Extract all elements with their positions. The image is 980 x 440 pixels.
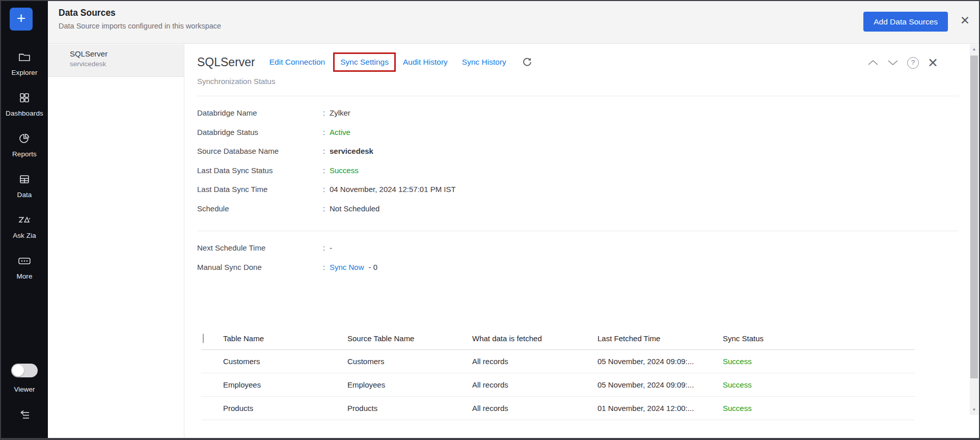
field-manual-sync-done: Manual Sync Done : Sync Now - 0 (197, 258, 377, 277)
field-next-schedule-time: Next Schedule Time : - (197, 238, 377, 258)
scroll-down-icon[interactable]: ▼ (970, 406, 978, 414)
column-header: Last Fetched Time (597, 334, 723, 343)
page-header: Data Sources Data Source imports configu… (48, 1, 979, 44)
toggle-knob (12, 365, 24, 376)
sidebar-item-label: More (16, 272, 32, 280)
chevron-down-icon[interactable] (887, 57, 899, 69)
refresh-icon[interactable] (522, 57, 533, 68)
sidebar-item-explorer[interactable]: Explorer (1, 51, 48, 77)
sidebar-item-ask-zia[interactable]: Ask Zia (1, 214, 48, 240)
folder-icon (1, 51, 48, 64)
field-last-sync-time: Last Data Sync Time : 04 November, 2024 … (197, 180, 456, 199)
sidebar-item-dashboards[interactable]: Dashboards (1, 92, 48, 118)
source-name: SQLServer (70, 49, 184, 58)
status-badge: Success (723, 404, 915, 413)
sidebar-item-label: Data (17, 191, 32, 199)
sync-now-link[interactable]: Sync Now (330, 263, 364, 271)
select-all-checkbox[interactable] (203, 334, 204, 343)
column-header: Table Name (223, 334, 347, 343)
close-icon[interactable]: ✕ (960, 14, 970, 28)
sidebar-item-label: Explorer (11, 69, 37, 76)
audit-history-link[interactable]: Audit History (403, 58, 448, 67)
app-sidebar: + Explorer Dashboards Reports (1, 1, 48, 438)
column-header: What data is fetched (472, 334, 597, 343)
sync-status-fields: Databridge Name : Zylker Databridge Stat… (197, 103, 456, 218)
detail-title: SQLServer (197, 56, 255, 69)
sync-settings-link[interactable]: Sync Settings (340, 58, 389, 66)
field-databridge-name: Databridge Name : Zylker (197, 103, 456, 123)
table-header-row: Table Name Source Table Name What data i… (201, 327, 915, 350)
list-item-sqlserver[interactable]: SQLServer servicedesk (48, 44, 184, 77)
field-last-sync-status: Last Data Sync Status : Success (197, 161, 456, 180)
table-row[interactable]: Employees Employees All records 05 Novem… (201, 373, 915, 397)
sidebar-item-label: Dashboards (6, 109, 43, 117)
status-badge: Active (330, 128, 350, 136)
table-row[interactable]: Customers Customers All records 05 Novem… (201, 350, 915, 373)
sidebar-item-data[interactable]: Data (1, 173, 48, 199)
vertical-scrollbar[interactable]: ▲ ▼ (970, 44, 978, 415)
schedule-fields: Next Schedule Time : - Manual Sync Done … (197, 238, 377, 277)
edit-connection-link[interactable]: Edit Connection (269, 58, 325, 67)
column-header: Sync Status (723, 334, 915, 343)
sidebar-item-reports[interactable]: Reports (1, 132, 48, 158)
field-source-database-name: Source Database Name : servicedesk (197, 142, 456, 161)
grid-icon (1, 92, 48, 105)
field-schedule: Schedule : Not Scheduled (197, 199, 456, 218)
data-source-list: SQLServer servicedesk (48, 44, 184, 438)
table-row[interactable]: Products Products All records 01 Novembe… (201, 397, 915, 420)
chevron-up-icon[interactable] (867, 57, 879, 69)
status-badge: Success (723, 380, 915, 389)
detail-panel: SQLServer Edit Connection Sync Settings … (184, 44, 979, 438)
sync-history-link[interactable]: Sync History (462, 58, 506, 67)
zia-icon (1, 214, 48, 227)
collapse-icon (17, 415, 32, 423)
add-data-sources-button[interactable]: Add Data Sources (863, 12, 948, 32)
viewer-toggle-label: Viewer (1, 386, 48, 393)
viewer-toggle[interactable] (11, 364, 38, 377)
divider (197, 96, 959, 96)
column-header: Source Table Name (347, 334, 472, 343)
status-badge: Success (723, 357, 915, 366)
sidebar-item-more[interactable]: More (1, 255, 48, 281)
create-new-button[interactable]: + (10, 8, 33, 31)
divider (197, 231, 959, 231)
table-icon (1, 173, 48, 186)
pie-chart-icon (1, 132, 48, 146)
sync-settings-annotation-box: Sync Settings (333, 52, 396, 72)
page-title: Data Sources (59, 8, 116, 18)
scroll-up-icon[interactable]: ▲ (970, 45, 978, 53)
status-badge: Success (330, 166, 359, 175)
page-subtitle: Data Source imports configured in this w… (59, 22, 221, 30)
collapse-sidebar-button[interactable] (1, 408, 48, 424)
sidebar-item-label: Reports (12, 150, 37, 158)
scrollbar-thumb[interactable] (970, 56, 978, 378)
sidebar-item-label: Ask Zia (13, 232, 36, 239)
panel-close-icon[interactable]: ✕ (928, 57, 938, 69)
section-title: Synchronization Status (197, 77, 275, 86)
source-database: servicedesk (70, 60, 184, 68)
ellipsis-icon (1, 255, 48, 268)
field-databridge-status: Databridge Status : Active (197, 123, 456, 142)
sync-tables-table: Table Name Source Table Name What data i… (201, 327, 915, 420)
help-icon[interactable]: ? (907, 57, 919, 69)
